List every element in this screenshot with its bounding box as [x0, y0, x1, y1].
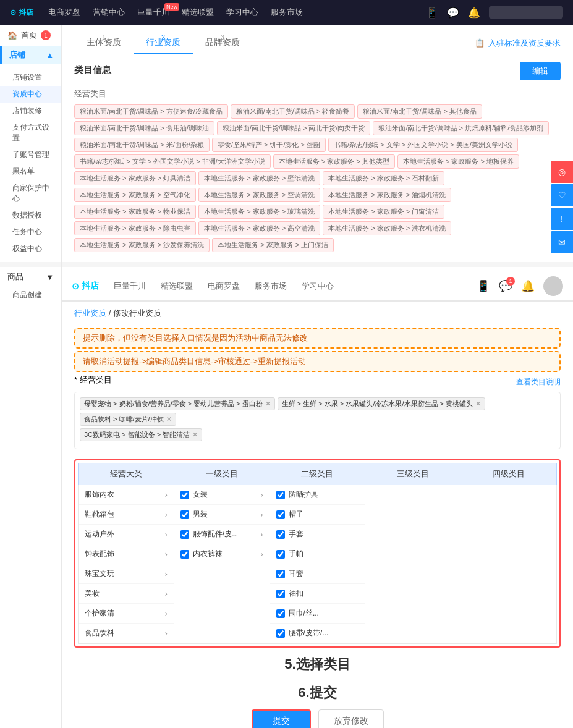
- second-nav-jiliang[interactable]: 巨量千川: [114, 281, 146, 292]
- sidebar-goods[interactable]: 商品 ▼: [0, 267, 61, 287]
- cat-l2-check-2[interactable]: [276, 530, 285, 539]
- cat-input-box[interactable]: 母婴宠物 > 奶粉/辅食/营养品/零食 > 婴幼儿营养品 > 蛋白粉 ✕ 生鲜 …: [74, 392, 561, 449]
- cat-tag-11: 本地生活服务 > 家政服务 > 地板保养: [397, 154, 519, 169]
- entry-standard-link[interactable]: 📋 入驻标准及资质要求: [475, 38, 561, 49]
- tab-industry[interactable]: 2 行业资质: [134, 32, 193, 54]
- cat-main-4[interactable]: 珠宝文玩 ›: [79, 564, 174, 584]
- cat-l2-check-5[interactable]: [276, 590, 285, 598]
- cat-l1-check-3[interactable]: [180, 550, 189, 559]
- top-search-input[interactable]: [489, 6, 563, 19]
- col-main: 经营大类: [79, 463, 174, 485]
- second-bell-icon[interactable]: 🔔: [521, 279, 535, 293]
- cat-col-l3: [365, 485, 461, 643]
- cat-l1-check-2[interactable]: [180, 530, 189, 539]
- cat-l2-5[interactable]: 袖扣: [270, 584, 365, 604]
- edit-button[interactable]: 编辑: [520, 62, 561, 80]
- cat-l2-0[interactable]: 防晒护具: [270, 485, 365, 505]
- cat-l2-4[interactable]: 耳套: [270, 564, 365, 584]
- second-nav-learn[interactable]: 学习中心: [302, 281, 334, 292]
- cat-main-2[interactable]: 运动户外 ›: [79, 525, 174, 544]
- qual-tabs: 1 主体资质 2 行业资质 3 品牌资质 📋 入驻标准及资质要求: [62, 25, 573, 54]
- sidebar-item-merchant-protection[interactable]: 商家保护中心: [0, 180, 61, 207]
- cat-l2-3[interactable]: 手帕: [270, 544, 365, 564]
- nav-item-marketing[interactable]: 营销中心: [93, 7, 125, 18]
- cat-l1-0[interactable]: 女装 ›: [174, 485, 270, 505]
- nav-item-service[interactable]: 服务市场: [271, 7, 303, 18]
- chevron-icon-4: ›: [165, 570, 168, 578]
- second-nav-ecom[interactable]: 电商罗盘: [208, 281, 240, 292]
- col-l2: 二级类目: [270, 463, 365, 485]
- cat-tag-close-3[interactable]: ✕: [192, 431, 198, 439]
- sidebar-store[interactable]: 店铺 ▲: [0, 46, 61, 64]
- cat-l1-1[interactable]: 男装 ›: [174, 505, 270, 525]
- cat-main-0[interactable]: 服饰内衣 ›: [79, 485, 174, 505]
- submit-row: 提交 放弃修改: [74, 709, 561, 728]
- cat-l2-check-4[interactable]: [276, 570, 285, 578]
- cat-tag-close-0[interactable]: ✕: [265, 400, 271, 408]
- cat-main-6[interactable]: 个护家清 ›: [79, 604, 174, 624]
- cat-tag-16: 本地生活服务 > 家政服务 > 空调清洗: [198, 188, 320, 202]
- bell-icon[interactable]: 🔔: [468, 7, 480, 19]
- sidebar-item-subaccount[interactable]: 子账号管理: [0, 146, 61, 163]
- cat-col-l2: 防晒护具 帽子 手套 手帕: [270, 485, 366, 643]
- cat-main-7[interactable]: 食品饮料 ›: [79, 624, 174, 643]
- second-nav-service[interactable]: 服务市场: [255, 281, 287, 292]
- cat-main-3[interactable]: 钟表配饰 ›: [79, 544, 174, 564]
- nav-item-ecom[interactable]: 电商罗盘: [48, 7, 80, 18]
- cat-l2-check-6[interactable]: [276, 609, 285, 618]
- sidebar-item-rights[interactable]: 权益中心: [0, 240, 61, 257]
- cat-l2-2[interactable]: 手套: [270, 525, 365, 544]
- category-selector-outer: * 经营类目 查看类目说明 母婴宠物 > 奶粉/辅食/营养品/零食 > 婴幼儿营…: [74, 375, 561, 449]
- sidebar-item-goods-create[interactable]: 商品创建: [0, 287, 61, 303]
- cat-main-5[interactable]: 美妆 ›: [79, 584, 174, 604]
- sidebar-item-blacklist[interactable]: 黑名单: [0, 163, 61, 180]
- sidebar-item-data-auth[interactable]: 数据授权: [0, 207, 61, 224]
- cat-tag-close-2[interactable]: ✕: [166, 415, 172, 423]
- cat-l2-check-1[interactable]: [276, 510, 285, 519]
- nav-item-selected[interactable]: 精选联盟: [182, 7, 214, 18]
- float-icon-2[interactable]: !: [551, 208, 573, 230]
- second-mobile-icon[interactable]: 📱: [477, 279, 490, 293]
- float-icon-3[interactable]: ✉: [551, 231, 573, 253]
- cat-l1-2[interactable]: 服饰配件/皮... ›: [174, 525, 270, 544]
- cat-l1-check-0[interactable]: [180, 491, 189, 499]
- cat-l1-check-1[interactable]: [180, 510, 189, 519]
- breadcrumb-parent[interactable]: 行业资质: [74, 308, 106, 318]
- sidebar-item-store-setup[interactable]: 店铺设置: [0, 69, 61, 86]
- cat-l2-7[interactable]: 腰带/皮带/...: [270, 624, 365, 643]
- nav-item-jiliang[interactable]: 巨量千川 New: [137, 7, 169, 18]
- nav-item-learn[interactable]: 学习中心: [226, 7, 258, 18]
- float-icon-1[interactable]: ♡: [551, 184, 573, 206]
- second-nav-selected[interactable]: 精选联盟: [161, 281, 193, 292]
- sidebar-item-qualification[interactable]: 资质中心: [0, 86, 61, 103]
- cat-tags-row: 母婴宠物 > 奶粉/辅食/营养品/零食 > 婴幼儿营养品 > 蛋白粉 ✕ 生鲜 …: [80, 397, 555, 426]
- cat-l2-check-0[interactable]: [276, 491, 285, 499]
- view-category-link[interactable]: 查看类目说明: [516, 377, 561, 387]
- mobile-icon[interactable]: 📱: [426, 7, 438, 19]
- message-icon[interactable]: 💬: [447, 7, 459, 19]
- cat-tag-close-1[interactable]: ✕: [475, 400, 481, 408]
- cat-tag-5: 粮油米面/南北干货/调味品 > 烘焙原料/辅料/食品添加剂: [373, 121, 549, 135]
- cat-main-1[interactable]: 鞋靴箱包 ›: [79, 505, 174, 525]
- cat-l2-1[interactable]: 帽子: [270, 505, 365, 525]
- sidebar-home[interactable]: 🏠 首页 1: [0, 25, 61, 46]
- cat-l2-check-3[interactable]: [276, 550, 285, 559]
- cat-l2-check-7[interactable]: [276, 629, 285, 638]
- avatar[interactable]: [543, 276, 563, 296]
- category-tags: 粮油米面/南北干货/调味品 > 方便速食/冷藏食品 粮油米面/南北干货/调味品 …: [74, 104, 561, 252]
- cat-tag-17: 本地生活服务 > 家政服务 > 油烟机清洗: [323, 188, 451, 202]
- cat-l1-3[interactable]: 内衣裤袜 ›: [174, 544, 270, 564]
- sidebar-item-payment[interactable]: 支付方式设置: [0, 119, 61, 146]
- logo-text: 抖店: [19, 7, 33, 18]
- tab-brand[interactable]: 3 品牌资质: [193, 32, 252, 54]
- notification-badge[interactable]: 💬 1: [499, 279, 512, 293]
- tab-subject[interactable]: 1 主体资质: [74, 32, 134, 54]
- sidebar-sub-items: 店铺设置 资质中心 店铺装修 支付方式设置 子账号管理 黑名单 商家保护中心 数…: [0, 64, 61, 262]
- sidebar-item-task[interactable]: 任务中心: [0, 224, 61, 240]
- cat-l2-6[interactable]: 围巾/丝...: [270, 604, 365, 624]
- cancel-button[interactable]: 放弃修改: [318, 709, 384, 728]
- biz-type-label: 经营类目: [74, 88, 561, 99]
- submit-button[interactable]: 提交: [252, 709, 311, 728]
- sidebar-item-decoration[interactable]: 店铺装修: [0, 103, 61, 119]
- float-icon-0[interactable]: ◎: [551, 161, 573, 183]
